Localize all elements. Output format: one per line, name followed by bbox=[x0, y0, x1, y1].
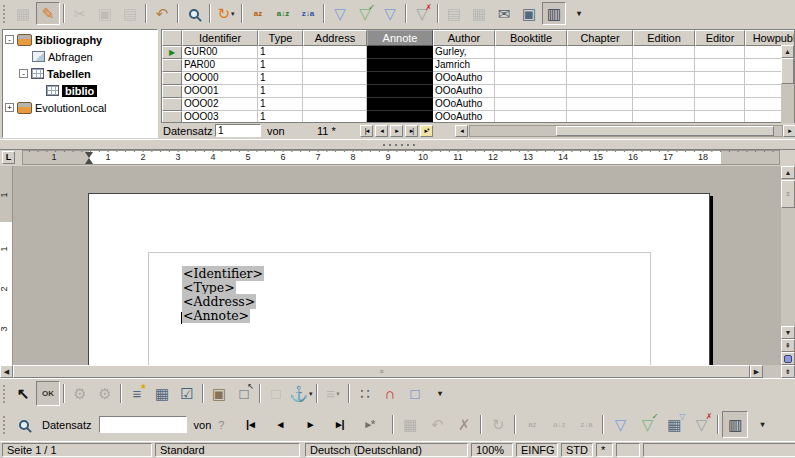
scroll-right-icon[interactable]: ▶ bbox=[750, 365, 763, 378]
refresh-button[interactable]: ↻▾ bbox=[214, 2, 238, 25]
navigation-button[interactable] bbox=[781, 352, 795, 365]
document-vertical-scrollbar[interactable]: ▲ ≡ ▼ ⇞ ⇟ bbox=[781, 166, 795, 378]
mail-merge-button[interactable]: ✉ bbox=[492, 2, 516, 25]
status-selection-mode[interactable]: STD bbox=[561, 443, 593, 457]
next-record-button[interactable]: ▸ bbox=[390, 125, 403, 137]
status-empty-1[interactable] bbox=[616, 443, 640, 457]
grid-cell[interactable]: OOoAutho bbox=[433, 85, 495, 98]
splitter-handle[interactable] bbox=[381, 143, 415, 147]
status-empty-2[interactable] bbox=[643, 443, 795, 457]
grid-cell[interactable] bbox=[695, 85, 745, 98]
status-page-style[interactable]: Standard bbox=[155, 443, 300, 457]
grid-corner-cell[interactable] bbox=[162, 30, 182, 46]
grid-cell[interactable] bbox=[695, 46, 745, 59]
column-header-edition[interactable]: Edition bbox=[633, 30, 695, 46]
grid-cell[interactable] bbox=[303, 111, 367, 123]
grid-cell[interactable] bbox=[367, 59, 433, 72]
status-zoom-level[interactable]: 100% bbox=[471, 443, 513, 457]
mail-merge-field[interactable]: <Identifier> bbox=[182, 266, 264, 281]
mail-merge-field[interactable]: <Type> bbox=[182, 280, 236, 295]
datasource-document-splitter[interactable] bbox=[0, 139, 795, 150]
explorer-on-off-button[interactable]: ▥ bbox=[542, 2, 566, 25]
grid-cell[interactable] bbox=[303, 46, 367, 59]
form-based-filters-button[interactable]: ▦▽ bbox=[661, 411, 687, 438]
grid-cell[interactable]: 1 bbox=[258, 72, 303, 85]
column-header-howpublis[interactable]: Howpublis bbox=[745, 30, 795, 46]
next-page-button[interactable]: ⇟ bbox=[781, 365, 795, 378]
row-header[interactable] bbox=[162, 59, 182, 72]
doc-vscroll-thumb[interactable]: ≡ bbox=[781, 180, 795, 208]
record-number-input[interactable] bbox=[215, 124, 261, 137]
grid-cell[interactable] bbox=[495, 46, 567, 59]
text-frame[interactable]: <Identifier><Type><Address><Annote> bbox=[148, 252, 651, 365]
row-header[interactable] bbox=[162, 98, 182, 111]
grid-cell[interactable] bbox=[567, 98, 633, 111]
select-object-button[interactable]: □↖ bbox=[232, 381, 256, 406]
grid-cell[interactable] bbox=[633, 111, 695, 123]
grid-cell[interactable]: OOO01 bbox=[182, 85, 258, 98]
grid-cell[interactable] bbox=[567, 59, 633, 72]
previous-record-button[interactable]: ◂ bbox=[375, 125, 388, 137]
guides-when-moving-button[interactable]: □ bbox=[403, 381, 427, 406]
apply-filter-form-button[interactable]: ▽✓ bbox=[634, 411, 660, 438]
tree-item-abfragen[interactable]: Abfragen bbox=[3, 48, 157, 65]
show-grid-button[interactable]: ∷ bbox=[353, 381, 377, 406]
grid-cell[interactable] bbox=[303, 59, 367, 72]
column-header-booktitle[interactable]: Booktitle bbox=[495, 30, 567, 46]
toolbar-more-button[interactable]: ▾ bbox=[428, 381, 452, 406]
select-button[interactable]: ↖ bbox=[11, 381, 35, 406]
last-record-button[interactable]: ▸| bbox=[405, 125, 418, 137]
remove-filter-form-button[interactable]: ▽✗ bbox=[688, 411, 714, 438]
add-field-button[interactable]: ≡★ bbox=[125, 381, 149, 406]
toolbar-grip[interactable] bbox=[3, 416, 7, 434]
column-header-editor[interactable]: Editor bbox=[695, 30, 745, 46]
grid-cell[interactable]: 1 bbox=[258, 111, 303, 123]
find-record-button[interactable] bbox=[182, 2, 206, 25]
grid-cell[interactable] bbox=[567, 46, 633, 59]
grid-cell[interactable] bbox=[303, 85, 367, 98]
grid-vscroll-thumb[interactable] bbox=[781, 58, 794, 84]
tree-item-biblio[interactable]: biblio bbox=[3, 82, 157, 99]
grid-cell[interactable] bbox=[367, 72, 433, 85]
grid-cell[interactable]: Gurley, bbox=[433, 46, 495, 59]
column-header-type[interactable]: Type bbox=[258, 30, 303, 46]
data-source-as-table-button[interactable]: ▥ bbox=[722, 411, 748, 438]
edit-data-button[interactable]: ✎ bbox=[36, 2, 60, 25]
expand-icon[interactable]: + bbox=[5, 103, 14, 112]
grid-cell[interactable] bbox=[633, 72, 695, 85]
grid-cell[interactable] bbox=[367, 46, 433, 59]
data-source-of-current-document-button[interactable]: ▣ bbox=[517, 2, 541, 25]
vertical-ruler[interactable]: 1123 bbox=[0, 166, 13, 365]
grid-cell[interactable] bbox=[367, 98, 433, 111]
grid-cell[interactable]: Jamrich bbox=[433, 59, 495, 72]
toolbar-grip[interactable] bbox=[3, 5, 7, 23]
undo-button[interactable]: ↶ bbox=[150, 2, 174, 25]
record-number-input[interactable] bbox=[99, 416, 187, 433]
grid-cell[interactable]: OOO02 bbox=[182, 98, 258, 111]
grid-cell[interactable]: 1 bbox=[258, 98, 303, 111]
new-record-button[interactable]: ▸* bbox=[420, 125, 433, 137]
autofilter-form-button[interactable]: ▽ bbox=[607, 411, 633, 438]
column-header-address[interactable]: Address bbox=[303, 30, 367, 46]
column-header-annote[interactable]: Annote bbox=[367, 30, 433, 46]
change-anchor-button[interactable]: ⚓▾ bbox=[289, 381, 313, 406]
grid-cell[interactable] bbox=[695, 111, 745, 123]
grid-cell[interactable] bbox=[695, 98, 745, 111]
standard-filter-button[interactable]: ▽ bbox=[378, 2, 402, 25]
scroll-up-icon[interactable]: ▲ bbox=[781, 45, 794, 58]
grid-cell[interactable] bbox=[633, 46, 695, 59]
next-record-button[interactable]: ▸ bbox=[297, 411, 323, 438]
design-tools-button[interactable]: ☑ bbox=[175, 381, 199, 406]
grid-cell[interactable]: PAR00 bbox=[182, 59, 258, 72]
grid-cell[interactable]: OOoAutho bbox=[433, 98, 495, 111]
status-page-number[interactable]: Seite 1 / 1 bbox=[2, 443, 152, 457]
refresh-dropdown-icon[interactable]: ▾ bbox=[231, 10, 235, 18]
grid-cell[interactable]: OOoAutho bbox=[433, 111, 495, 123]
first-record-button[interactable]: |◂ bbox=[237, 411, 263, 438]
grid-cell[interactable] bbox=[567, 111, 633, 123]
design-mode-on-off-button[interactable]: OK bbox=[36, 381, 60, 406]
row-header[interactable] bbox=[162, 72, 182, 85]
collapse-icon[interactable]: - bbox=[19, 69, 28, 78]
tab-stop-selector[interactable]: L bbox=[2, 151, 15, 164]
sort-ascending-button[interactable]: a↓z bbox=[271, 2, 295, 25]
